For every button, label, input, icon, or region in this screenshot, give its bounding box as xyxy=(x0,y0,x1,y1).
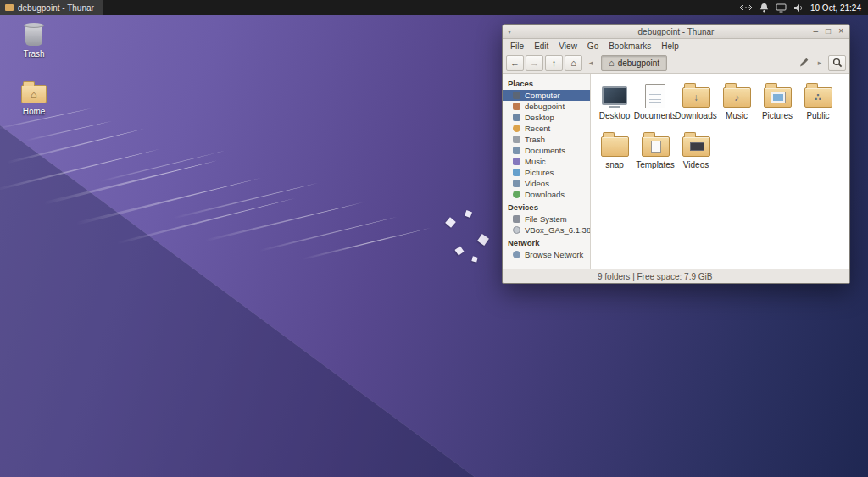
file-desktop[interactable]: Desktop xyxy=(594,79,635,128)
sidebar-item-label: Music xyxy=(525,157,546,166)
thunar-icon xyxy=(5,4,14,11)
sidebar-header-network: Network xyxy=(503,236,590,249)
home-button[interactable]: ⌂ xyxy=(565,55,582,71)
file-label: Desktop xyxy=(599,111,631,120)
network-icon[interactable] xyxy=(739,3,753,12)
sidebar-item-computer[interactable]: Computer xyxy=(503,90,590,101)
menu-bookmarks[interactable]: Bookmarks xyxy=(604,41,656,52)
desktop-icon xyxy=(513,114,520,121)
sidebar-item-pictures[interactable]: Pictures xyxy=(503,167,590,178)
minimize-button[interactable]: – xyxy=(814,27,819,36)
menu-help[interactable]: Help xyxy=(656,41,684,52)
up-button[interactable]: ↑ xyxy=(545,55,563,71)
search-button[interactable] xyxy=(828,55,846,71)
menu-go[interactable]: Go xyxy=(582,41,604,52)
back-button[interactable]: ← xyxy=(506,55,524,71)
sidebar-item-label: Desktop xyxy=(525,113,554,122)
status-text: 9 folders | Free space: 7.9 GiB xyxy=(598,272,712,281)
file-label: Public xyxy=(806,111,829,120)
maximize-button[interactable]: □ xyxy=(826,27,831,36)
sidebar-item-downloads[interactable]: Downloads xyxy=(503,189,590,200)
forward-button[interactable]: → xyxy=(526,55,543,71)
file-public[interactable]: ∴Public xyxy=(798,79,838,128)
window-menu-icon[interactable]: ▾ xyxy=(508,28,511,36)
file-label: snap xyxy=(605,160,624,169)
network-icon xyxy=(513,251,520,258)
sidebar-item-label: debugpoint xyxy=(525,102,565,111)
sidebar-item-documents[interactable]: Documents xyxy=(503,145,590,156)
desktop-icon-label: Home xyxy=(23,107,46,116)
volume-icon[interactable] xyxy=(793,3,804,13)
status-bar: 9 folders | Free space: 7.9 GiB xyxy=(503,269,849,283)
file-music[interactable]: ♪Music xyxy=(716,79,757,128)
sidebar-item-recent[interactable]: Recent xyxy=(503,123,590,134)
sidebar-item-file-system[interactable]: File System xyxy=(503,214,590,225)
sidebar-item-label: File System xyxy=(525,214,567,224)
folder-icon xyxy=(682,128,710,160)
file-label: Downloads xyxy=(675,111,716,120)
menu-edit[interactable]: Edit xyxy=(529,41,554,52)
menu-view[interactable]: View xyxy=(554,41,582,52)
file-label: Music xyxy=(726,111,748,120)
window-body: PlacesComputerdebugpointDesktopRecentTra… xyxy=(503,74,849,269)
sidebar-item-music[interactable]: Music xyxy=(503,156,590,167)
sidebar-item-label: VBox_GAs_6.1.38 xyxy=(525,225,591,235)
display-icon[interactable] xyxy=(776,3,787,13)
file-videos[interactable]: Videos xyxy=(676,128,716,177)
sidebar-item-label: Pictures xyxy=(525,168,554,177)
path-button-debugpoint[interactable]: ⌂ debugpoint xyxy=(601,55,667,71)
desktop-monitor-icon xyxy=(602,79,627,111)
file-grid[interactable]: DesktopDocuments↓Downloads♪MusicPictures… xyxy=(591,74,849,269)
recent-icon xyxy=(513,125,520,132)
home-icon: ⌂ xyxy=(609,58,615,68)
sidebar-item-label: Documents xyxy=(525,146,565,155)
pathbar-scroll-left-icon[interactable]: ◂ xyxy=(584,55,598,71)
sidebar-item-trash[interactable]: Trash xyxy=(503,134,590,145)
sidebar-header-devices: Devices xyxy=(503,200,590,214)
taskbar-window-label: debugpoint - Thunar xyxy=(18,3,94,13)
trash-icon xyxy=(513,136,520,143)
home-folder-icon xyxy=(21,85,47,103)
sidebar-item-vbox-gas-6-1-38[interactable]: VBox_GAs_6.1.38 xyxy=(503,225,590,236)
close-button[interactable]: × xyxy=(838,27,843,36)
folder-icon xyxy=(764,79,792,111)
trash-icon xyxy=(25,25,42,46)
pathbar-scroll-right-icon[interactable]: ▸ xyxy=(813,55,826,71)
videos-icon xyxy=(513,180,520,187)
file-documents[interactable]: Documents xyxy=(635,79,676,128)
pictures-icon xyxy=(513,169,520,176)
notifications-icon[interactable] xyxy=(760,3,769,13)
desktop-icon-home[interactable]: Home xyxy=(10,85,58,116)
document-sheet-icon xyxy=(645,79,665,111)
edit-path-pencil-icon[interactable] xyxy=(796,55,811,71)
file-label: Videos xyxy=(683,160,709,169)
sidebar-item-desktop[interactable]: Desktop xyxy=(503,112,590,123)
system-tray: 10 Oct, 21:24 xyxy=(739,3,868,13)
file-label: Pictures xyxy=(762,111,793,120)
sidebar-item-browse-network[interactable]: Browse Network xyxy=(503,249,590,260)
sidebar-item-label: Recent xyxy=(525,124,550,133)
file-label: Templates xyxy=(636,160,675,169)
computer-icon xyxy=(513,92,520,99)
file-templates[interactable]: Templates xyxy=(635,128,676,177)
desktop-icon-trash[interactable]: Trash xyxy=(10,25,58,58)
taskbar-window-button[interactable]: debugpoint - Thunar xyxy=(0,0,103,15)
folder-icon xyxy=(601,128,629,160)
file-pictures[interactable]: Pictures xyxy=(757,79,798,128)
sidebar-item-label: Videos xyxy=(525,179,549,188)
sidebar-item-label: Downloads xyxy=(525,190,565,199)
sidebar-item-debugpoint[interactable]: debugpoint xyxy=(503,101,590,112)
folder-icon xyxy=(642,128,670,160)
sidebar-item-videos[interactable]: Videos xyxy=(503,178,590,189)
menu-bar: FileEditViewGoBookmarksHelp xyxy=(503,39,849,53)
toolbar: ← → ↑ ⌂ ◂ ⌂ debugpoint ▸ xyxy=(503,53,849,74)
file-downloads[interactable]: ↓Downloads xyxy=(676,79,716,128)
titlebar[interactable]: ▾ debugpoint - Thunar – □ × xyxy=(503,25,849,39)
clock[interactable]: 10 Oct, 21:24 xyxy=(810,3,861,13)
menu-file[interactable]: File xyxy=(505,41,529,52)
file-snap[interactable]: snap xyxy=(594,128,635,177)
folder-icon: ↓ xyxy=(682,79,710,111)
downloads-icon xyxy=(513,191,520,198)
sidebar-item-label: Trash xyxy=(525,135,545,144)
filesystem-icon xyxy=(513,215,520,223)
